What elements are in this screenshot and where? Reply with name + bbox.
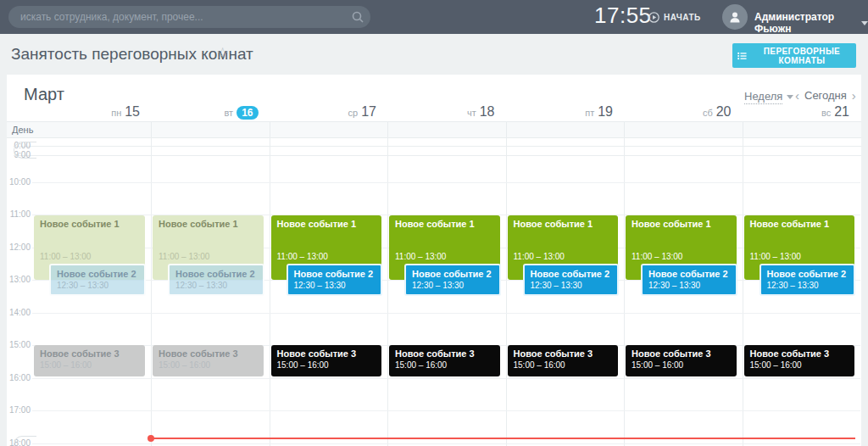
event-block[interactable]: Новое событие 212:30 – 13:30 (168, 264, 264, 296)
expand-evening-hours-button[interactable] (14, 436, 36, 446)
event-time: 15:00 – 16:00 (34, 359, 145, 370)
day-abbr: вс (821, 108, 831, 118)
month-title: Март (24, 85, 64, 104)
event-block[interactable]: Новое событие 315:00 – 16:00 (34, 345, 145, 376)
event-time: 15:00 – 16:00 (744, 359, 855, 370)
avatar[interactable] (722, 4, 748, 30)
grid-line (14, 146, 861, 147)
day-header[interactable]: вс21 (743, 104, 850, 120)
hour-label: 11:00 (0, 209, 31, 219)
event-time: 11:00 – 13:00 (508, 250, 565, 261)
expand-morning-hours-button[interactable] (14, 142, 36, 159)
view-selector-label: Неделя (744, 90, 782, 104)
grid-line (32, 313, 860, 314)
view-selector[interactable]: Неделя (744, 90, 793, 104)
event-time: 12:30 – 13:30 (51, 279, 144, 290)
day-header[interactable]: пн15 (32, 104, 140, 120)
day-abbr: вт (225, 108, 234, 118)
play-icon (648, 12, 659, 23)
prev-week-button[interactable]: ‹ (795, 89, 799, 102)
day-number: 15 (125, 104, 140, 119)
grid-line (32, 443, 860, 444)
event-time: 15:00 – 16:00 (271, 359, 382, 370)
chevron-down-icon (787, 95, 793, 99)
day-number: 21 (834, 104, 849, 119)
event-time: 15:00 – 16:00 (508, 359, 619, 370)
day-header[interactable]: пт19 (506, 104, 614, 120)
hour-label: 10:00 (0, 177, 31, 187)
event-block[interactable]: Новое событие 212:30 – 13:30 (287, 264, 383, 296)
event-block[interactable]: Новое событие 315:00 – 16:00 (744, 345, 855, 376)
event-title: Новое событие 2 (288, 265, 381, 279)
day-number-today: 16 (236, 106, 258, 120)
event-time: 11:00 – 13:00 (271, 250, 328, 261)
event-title: Новое событие 3 (34, 345, 145, 359)
grid-line (743, 121, 743, 446)
event-title: Новое событие 3 (389, 345, 500, 359)
day-header[interactable]: вт16 (151, 104, 259, 120)
user-menu[interactable]: Администратор Фьюжн (754, 11, 868, 35)
event-time: 12:30 – 13:30 (170, 279, 263, 290)
event-time: 15:00 – 16:00 (153, 359, 264, 370)
event-time: 12:30 – 13:30 (761, 279, 854, 290)
grid-line (387, 121, 388, 446)
event-time: 12:30 – 13:30 (406, 279, 499, 290)
event-title: Новое событие 1 (389, 215, 500, 229)
event-title: Новое событие 1 (508, 215, 619, 229)
hour-label: 14:00 (0, 308, 31, 317)
day-header[interactable]: сб20 (624, 104, 732, 120)
grid-line (506, 122, 507, 137)
grid-line (743, 122, 743, 137)
grid-line (151, 122, 152, 137)
grid-line (32, 182, 860, 183)
event-time: 11:00 – 13:00 (626, 250, 682, 261)
event-time: 11:00 – 13:00 (34, 250, 91, 261)
event-title: Новое событие 1 (34, 215, 145, 229)
event-time: 12:30 – 13:30 (288, 279, 381, 290)
grid-line (270, 121, 270, 446)
event-block[interactable]: Новое событие 212:30 – 13:30 (49, 264, 146, 296)
day-abbr: сб (703, 108, 713, 118)
event-time: 15:00 – 16:00 (389, 359, 500, 370)
event-time: 11:00 – 13:00 (744, 250, 801, 261)
event-title: Новое событие 1 (744, 215, 855, 229)
start-workday-label: НАЧАТЬ (664, 13, 701, 22)
search-icon[interactable] (352, 11, 364, 23)
current-time-dot (147, 435, 154, 442)
day-number: 20 (716, 104, 732, 119)
grid-line (14, 155, 861, 156)
next-week-button[interactable]: › (852, 89, 856, 102)
person-icon (728, 10, 742, 24)
favorite-star-icon[interactable]: ☆ (216, 44, 229, 62)
event-title: Новое событие 1 (626, 215, 737, 229)
day-abbr: пт (585, 108, 594, 118)
event-title: Новое событие 2 (525, 265, 618, 279)
today-button[interactable]: Сегодня (804, 89, 847, 102)
event-block[interactable]: Новое событие 212:30 – 13:30 (760, 264, 856, 296)
event-title: Новое событие 3 (153, 345, 264, 359)
event-block[interactable]: Новое событие 315:00 – 16:00 (508, 345, 619, 376)
meeting-rooms-button[interactable]: ПЕРЕГОВОРНЫЕ КОМНАТЫ (732, 43, 856, 68)
allday-label: День (12, 125, 33, 135)
search-input[interactable] (8, 6, 370, 28)
event-block[interactable]: Новое событие 315:00 – 16:00 (153, 345, 264, 376)
event-time: 11:00 – 13:00 (389, 250, 446, 261)
list-icon (737, 51, 747, 61)
day-header[interactable]: чт18 (387, 104, 495, 120)
event-block[interactable]: Новое событие 315:00 – 16:00 (389, 345, 500, 376)
day-header[interactable]: ср17 (270, 104, 377, 120)
event-time: 11:00 – 13:00 (153, 250, 209, 261)
meeting-rooms-button-label: ПЕРЕГОВОРНЫЕ КОМНАТЫ (753, 47, 851, 65)
event-block[interactable]: Новое событие 212:30 – 13:30 (523, 264, 620, 296)
event-block[interactable]: Новое событие 315:00 – 16:00 (626, 345, 737, 376)
event-title: Новое событие 3 (744, 345, 855, 359)
start-workday-button[interactable]: НАЧАТЬ (648, 12, 701, 23)
day-number: 18 (480, 104, 495, 119)
event-title: Новое событие 2 (51, 265, 144, 279)
grid-line (506, 121, 507, 446)
hour-label: 13:00 (0, 275, 31, 284)
grid-line (32, 410, 860, 411)
event-block[interactable]: Новое событие 212:30 – 13:30 (404, 264, 501, 296)
event-block[interactable]: Новое событие 315:00 – 16:00 (271, 345, 382, 376)
event-block[interactable]: Новое событие 212:30 – 13:30 (641, 264, 737, 296)
